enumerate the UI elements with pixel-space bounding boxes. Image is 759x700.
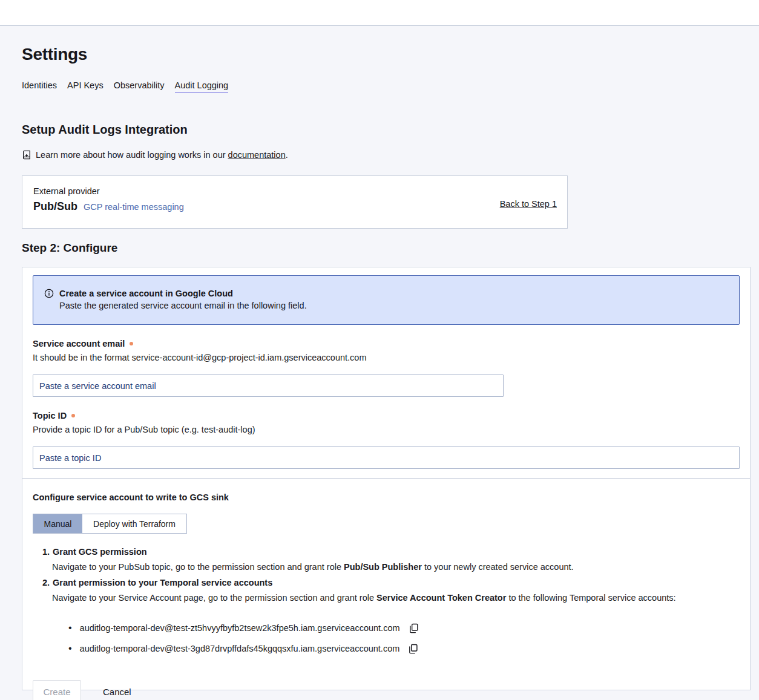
form-actions: Create Cancel [33, 680, 740, 700]
topic-id-helper: Provide a topic ID for a Pub/Sub topic (… [33, 425, 740, 434]
info-icon [44, 287, 54, 324]
info-banner-title: Create a service account in Google Cloud [59, 287, 307, 299]
cancel-button[interactable]: Cancel [103, 687, 131, 697]
manual-steps-list: 1. Grant GCS permission Navigate to your… [33, 545, 740, 606]
info-banner-text: Create a service account in Google Cloud… [59, 287, 307, 324]
tab-audit-logging[interactable]: Audit Logging [175, 80, 229, 93]
tab-identities[interactable]: Identities [22, 80, 57, 93]
service-account-email-label: Service account email [33, 339, 740, 348]
service-account-email-2: auditlog-temporal-dev@test-3gd87drvpffda… [80, 644, 400, 653]
step-1-title: Grant GCS permission [53, 545, 147, 560]
topic-id-label: Topic ID [33, 411, 740, 420]
info-banner-description: Paste the generated service account emai… [59, 299, 307, 312]
step-1-description: Navigate to your PubSub topic, go to the… [42, 560, 740, 575]
required-dot [130, 342, 133, 345]
info-banner: Create a service account in Google Cloud… [33, 275, 740, 325]
provider-info: External provider Pub/Sub GCP real-time … [33, 186, 184, 228]
section-divider [22, 479, 750, 479]
service-account-email-input[interactable] [33, 375, 504, 397]
bullet: • [68, 623, 72, 633]
copy-icon[interactable] [409, 623, 419, 633]
service-account-row: • auditlog-temporal-dev@test-3gd87drvpff… [33, 644, 740, 653]
topic-id-input[interactable] [33, 446, 740, 469]
learn-more-text: Learn more about how audit logging works… [36, 150, 288, 160]
provider-label: External provider [33, 186, 184, 196]
provider-name: Pub/Sub [33, 200, 77, 213]
tab-observability[interactable]: Observability [114, 80, 165, 93]
back-to-step-1-link[interactable]: Back to Step 1 [500, 199, 557, 228]
setup-audit-logs-heading: Setup Audit Logs Integration [22, 123, 737, 137]
book-plus-icon [22, 150, 31, 160]
create-button[interactable]: Create [33, 680, 81, 700]
segment-deploy-with-terraform[interactable]: Deploy with Terraform [82, 514, 186, 533]
gcs-sink-heading: Configure service account to write to GC… [33, 492, 740, 502]
tab-api-keys[interactable]: API Keys [67, 80, 104, 93]
service-account-email-1: auditlog-temporal-dev@test-zt5hvyyfbyfb2… [80, 623, 400, 633]
temporal-service-accounts-list: • auditlog-temporal-dev@test-zt5hvyyfbyf… [33, 623, 740, 653]
required-dot [71, 414, 75, 417]
settings-tabs: Identities API Keys Observability Audit … [22, 80, 737, 93]
service-account-email-helper: It should be in the format service-accou… [33, 353, 740, 362]
settings-page: Settings Identities API Keys Observabili… [0, 45, 759, 690]
external-provider-card: External provider Pub/Sub GCP real-time … [22, 175, 568, 229]
step-2-config-panel: Create a service account in Google Cloud… [22, 267, 751, 690]
page-title: Settings [22, 45, 737, 64]
bullet: • [68, 644, 72, 653]
copy-icon[interactable] [408, 644, 418, 654]
step-2-title: Grant permission to your Temporal servic… [53, 575, 272, 590]
documentation-link[interactable]: documentation [228, 150, 286, 160]
step-2-description: Navigate to your Service Account page, g… [42, 590, 740, 606]
service-account-row: • auditlog-temporal-dev@test-zt5hvyyfbyf… [33, 623, 740, 633]
deploy-method-segmented-control: Manual Deploy with Terraform [33, 514, 187, 534]
learn-more-row: Learn more about how audit logging works… [22, 150, 737, 160]
step-item-2: 2. Grant permission to your Temporal ser… [42, 575, 740, 606]
step-item-1: 1. Grant GCS permission Navigate to your… [42, 545, 740, 575]
top-navigation-bar [0, 0, 759, 26]
provider-description: GCP real-time messaging [84, 202, 184, 212]
segment-manual[interactable]: Manual [33, 514, 82, 533]
step-2-heading: Step 2: Configure [22, 241, 737, 255]
